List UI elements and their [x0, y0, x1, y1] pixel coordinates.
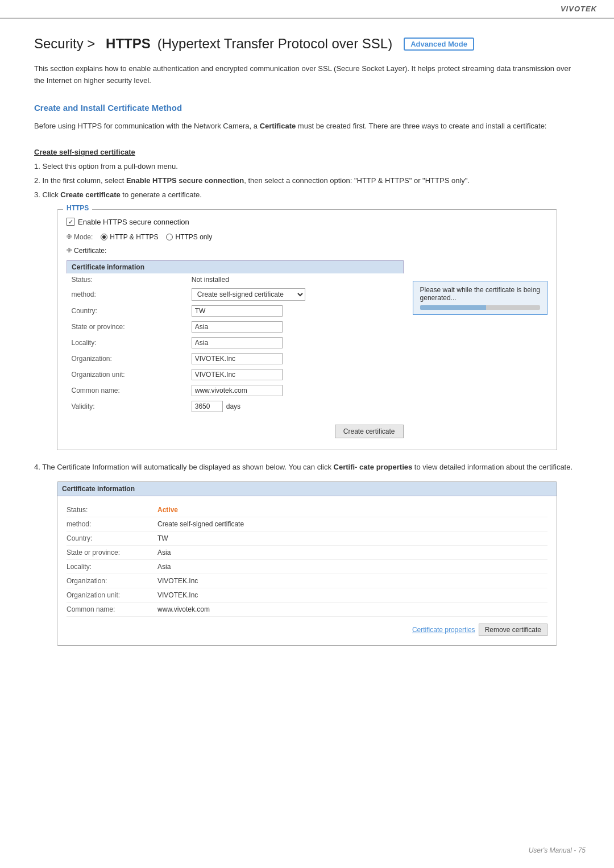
table-row: method: Create self-signed certificate: [67, 286, 404, 303]
title-https: HTTPS: [106, 36, 151, 52]
cert-panel-row-locality: Locality: Asia: [67, 560, 547, 574]
value-org-unit: [187, 367, 403, 383]
validity-input[interactable]: [192, 401, 223, 412]
label-validity: Validity:: [67, 398, 187, 414]
cert-panel-row-org-unit: Organization unit: VIVOTEK.Inc: [67, 588, 547, 603]
days-label: days: [226, 402, 240, 410]
state-input[interactable]: [192, 321, 283, 333]
table-row: Status: Not installed: [67, 273, 404, 286]
certificate-properties-link[interactable]: Certificate properties: [412, 624, 475, 636]
cert-panel-row-state: State or province: Asia: [67, 546, 547, 560]
enable-label: Enable HTTPS secure connection: [78, 218, 189, 226]
panel-label-locality: Locality:: [67, 563, 157, 571]
cert-info-panel-header: Certificate information: [57, 482, 557, 496]
panel-value-org: VIVOTEK.Inc: [157, 577, 198, 585]
main-content: Security > HTTPS (Hypertext Transfer Pro…: [0, 19, 614, 691]
cert-panel-row-method: method: Create self-signed certificate: [67, 517, 547, 531]
radio-http-https-label: HTTP & HTTPS: [110, 233, 158, 241]
create-certificate-button[interactable]: Create certificate: [335, 425, 404, 438]
cert-panel-row-org: Organization: VIVOTEK.Inc: [67, 574, 547, 588]
advanced-mode-badge[interactable]: Advanced Mode: [404, 38, 474, 51]
value-state: [187, 319, 403, 335]
radio-https-only-circle[interactable]: [166, 234, 173, 240]
label-status: Status:: [67, 273, 187, 286]
cert-panel-row-common-name: Common name: www.vivotek.com: [67, 603, 547, 617]
common-name-input[interactable]: [192, 385, 283, 396]
table-row: Common name:: [67, 383, 404, 398]
footer: User's Manual - 75: [529, 846, 586, 854]
value-validity: days: [187, 398, 403, 414]
radio-http-https-circle[interactable]: [101, 234, 107, 240]
label-method: method:: [67, 286, 187, 303]
step-list: Select this option from a pull-down menu…: [34, 161, 580, 201]
panel-value-status: Active: [157, 506, 178, 514]
panel-value-country: TW: [157, 534, 168, 542]
cert-generating-info: Please wait while the certificate is bei…: [413, 281, 547, 315]
mode-arrow-icon: ✙: [67, 233, 72, 240]
panel-label-method: method:: [67, 520, 157, 528]
validity-row: days: [192, 401, 399, 412]
country-input[interactable]: [192, 305, 283, 317]
table-row: Organization unit:: [67, 367, 404, 383]
table-row: Organization:: [67, 351, 404, 367]
before-text: Before using HTTPS for communication wit…: [34, 121, 580, 132]
brand-name: VIVOTEK: [561, 5, 597, 13]
panel-value-locality: Asia: [157, 563, 171, 571]
panel-value-method: Create self-signed certificate: [157, 520, 244, 528]
progress-bar-container: [420, 305, 540, 310]
label-locality: Locality:: [67, 335, 187, 351]
cert-panel-actions: Certificate properties Remove certificat…: [67, 624, 547, 636]
value-method: Create self-signed certificate: [187, 286, 403, 303]
footer-text: User's Manual - 75: [529, 846, 586, 854]
panel-label-status: Status:: [67, 506, 157, 514]
locality-input[interactable]: [192, 337, 283, 348]
cert-label-row: ✙ Certificate:: [67, 247, 404, 255]
value-common-name: [187, 383, 403, 398]
cert-table: Certificate information Status: Not inst…: [67, 260, 404, 414]
org-unit-input[interactable]: [192, 369, 283, 380]
progress-bar-fill: [420, 305, 486, 310]
method-select[interactable]: Create self-signed certificate: [192, 288, 305, 301]
radio-http-https[interactable]: HTTP & HTTPS: [101, 233, 158, 241]
panel-value-state: Asia: [157, 549, 171, 556]
mode-section-label: Mode:: [74, 233, 93, 241]
value-locality: [187, 335, 403, 351]
step-2: In the first column, select Enable HTTPS…: [34, 175, 580, 187]
table-row: Locality:: [67, 335, 404, 351]
panel-label-org: Organization:: [67, 577, 157, 585]
label-state: State or province:: [67, 319, 187, 335]
title-security: Security >: [34, 36, 99, 52]
value-status: Not installed: [187, 273, 403, 286]
cert-panel-row-status: Status: Active: [67, 503, 547, 517]
label-country: Country:: [67, 303, 187, 319]
remove-certificate-button[interactable]: Remove certificate: [479, 624, 547, 636]
org-input[interactable]: [192, 353, 283, 364]
section-heading: Create and Install Certificate Method: [34, 103, 580, 113]
panel-label-country: Country:: [67, 534, 157, 542]
label-common-name: Common name:: [67, 383, 187, 398]
cert-arrow-icon: ✙: [67, 247, 72, 254]
top-bar: VIVOTEK: [0, 0, 614, 18]
cert-panel-row-country: Country: TW: [67, 531, 547, 546]
value-org: [187, 351, 403, 367]
cert-table-header: Certificate information: [67, 260, 404, 273]
label-org-unit: Organization unit:: [67, 367, 187, 383]
panel-label-common-name: Common name:: [67, 605, 157, 613]
enable-row: ✓ Enable HTTPS secure connection: [67, 218, 547, 226]
step-1: Select this option from a pull-down menu…: [34, 161, 580, 173]
radio-https-only[interactable]: HTTPS only: [166, 233, 212, 241]
sub-heading-self-signed: Create self-signed certificate: [34, 148, 580, 156]
cert-info-panel: Certificate information Status: Active m…: [57, 481, 557, 646]
radio-https-only-label: HTTPS only: [175, 233, 212, 241]
enable-checkbox[interactable]: ✓: [67, 218, 74, 226]
panel-label-org-unit: Organization unit:: [67, 591, 157, 599]
table-row: Country:: [67, 303, 404, 319]
panel-value-common-name: www.vivotek.com: [157, 605, 210, 613]
step-3: Click Create certificate to generate a c…: [34, 189, 580, 201]
label-org: Organization:: [67, 351, 187, 367]
page-title: Security > HTTPS (Hypertext Transfer Pro…: [34, 36, 580, 52]
radio-group-mode: HTTP & HTTPS HTTPS only: [101, 233, 212, 241]
page: VIVOTEK Security > HTTPS (Hypertext Tran…: [0, 0, 614, 868]
mode-label: Mode:: [74, 233, 93, 241]
title-subtitle: (Hypertext Transfer Protocol over SSL): [157, 36, 392, 52]
